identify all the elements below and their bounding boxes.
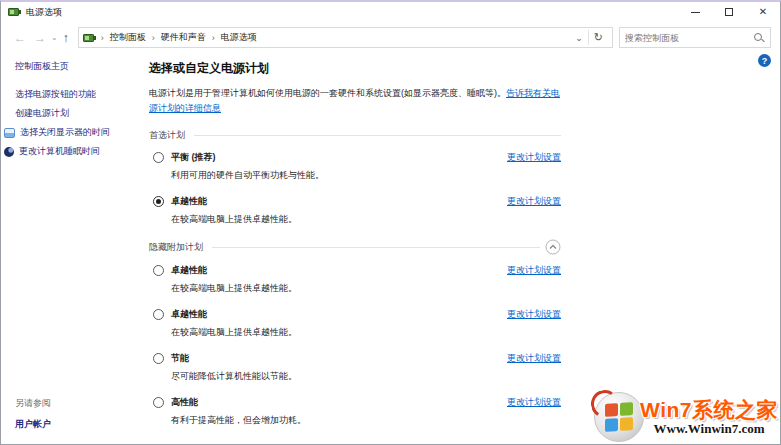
- search-box: [619, 27, 771, 48]
- sleep-icon: [4, 147, 14, 157]
- plan-description: 在较高端电脑上提供卓越性能。: [171, 213, 297, 226]
- plan-name[interactable]: 节能: [171, 352, 297, 365]
- page-title: 选择或自定义电源计划: [149, 60, 561, 77]
- search-icon[interactable]: [753, 32, 765, 44]
- up-icon[interactable]: ↑: [59, 32, 73, 44]
- plan-description: 有利于提高性能，但会增加功耗。: [171, 414, 306, 427]
- search-input[interactable]: [620, 33, 753, 43]
- plan-description: 利用可用的硬件自动平衡功耗与性能。: [171, 169, 324, 182]
- change-plan-settings-link[interactable]: 更改计划设置: [507, 195, 561, 208]
- sidebar-item-sleep-time[interactable]: 更改计算机睡眠时间: [4, 145, 141, 158]
- collapse-section-icon[interactable]: [545, 239, 561, 255]
- close-icon: ✕: [759, 7, 767, 17]
- change-plan-settings-link[interactable]: 更改计划设置: [507, 151, 561, 164]
- help-icon[interactable]: ?: [758, 54, 771, 67]
- sidebar-item-create-plan[interactable]: 创建电源计划: [15, 107, 141, 120]
- forward-icon[interactable]: →: [30, 32, 50, 44]
- see-also-section: 另请参阅 用户帐户: [15, 397, 51, 431]
- sidebar-item-display-off-time[interactable]: 选择关闭显示器的时间: [4, 126, 141, 139]
- section-preferred-plans: 首选计划: [149, 129, 561, 142]
- main-content: 选择或自定义电源计划 电源计划是用于管理计算机如何使用电源的一套硬件和系统设置(…: [149, 51, 561, 440]
- sidebar-item-user-accounts[interactable]: 用户帐户: [15, 418, 51, 431]
- plan-description: 在较高端电脑上提供卓越性能。: [171, 282, 297, 295]
- plan-radio[interactable]: [153, 309, 164, 320]
- plan-name[interactable]: 高性能: [171, 396, 306, 409]
- address-bar[interactable]: › 控制面板 › 硬件和声音 › 电源选项 ⌄ ↻: [78, 27, 613, 48]
- sidebar-item-label: 更改计算机睡眠时间: [19, 145, 100, 158]
- plan-name[interactable]: 卓越性能: [171, 195, 297, 208]
- plan-radio[interactable]: [153, 196, 164, 207]
- plan-radio[interactable]: [153, 397, 164, 408]
- navigation-toolbar: ← → ⌄ ↑ › 控制面板 › 硬件和声音 › 电源选项 ⌄ ↻: [1, 24, 780, 51]
- sidebar-item-control-panel-home[interactable]: 控制面板主页: [15, 60, 141, 73]
- plan-name[interactable]: 卓越性能: [171, 308, 297, 321]
- breadcrumb-separator: ›: [96, 33, 109, 43]
- display-icon: [4, 128, 15, 138]
- window-title: 电源选项: [26, 6, 62, 19]
- change-plan-settings-link[interactable]: 更改计划设置: [507, 352, 561, 365]
- plan-description: 在较高端电脑上提供卓越性能。: [171, 326, 297, 339]
- maximize-button[interactable]: [712, 2, 746, 22]
- close-button[interactable]: ✕: [746, 2, 780, 22]
- plan-row-high-performance: 高性能 有利于提高性能，但会增加功耗。 更改计划设置: [149, 396, 561, 427]
- power-options-window: 电源选项 ✕ ← → ⌄ ↑ › 控制面板 › 硬件和声音 › 电源选项 ⌄ ↻: [0, 0, 781, 445]
- plan-row-ultimate-3: 卓越性能 在较高端电脑上提供卓越性能。 更改计划设置: [149, 308, 561, 339]
- address-dropdown-icon[interactable]: ⌄: [570, 33, 588, 43]
- plan-row-balanced: 平衡 (推荐) 利用可用的硬件自动平衡功耗与性能。 更改计划设置: [149, 151, 561, 182]
- plan-description: 尽可能降低计算机性能以节能。: [171, 370, 297, 383]
- change-plan-settings-link[interactable]: 更改计划设置: [507, 396, 561, 409]
- power-options-icon: [8, 7, 21, 17]
- sidebar: 控制面板主页 选择电源按钮的功能 创建电源计划 选择关闭显示器的时间 更改计算机…: [1, 51, 141, 444]
- sidebar-item-label: 选择关闭显示器的时间: [20, 126, 110, 139]
- change-plan-settings-link[interactable]: 更改计划设置: [507, 308, 561, 321]
- titlebar: 电源选项 ✕: [1, 2, 780, 22]
- breadcrumb-power-icon: [83, 33, 96, 43]
- windows-flag-icon: [605, 402, 633, 432]
- sidebar-item-power-buttons[interactable]: 选择电源按钮的功能: [15, 88, 141, 101]
- page-description: 电源计划是用于管理计算机如何使用电源的一套硬件和系统设置(如显示器亮度、睡眠等)…: [149, 86, 561, 116]
- windows-orb-icon: [594, 392, 644, 442]
- see-also-header: 另请参阅: [15, 397, 51, 410]
- watermark-url: Www.Winwin7.com: [640, 421, 778, 436]
- divider: [212, 247, 540, 248]
- plan-radio[interactable]: [153, 152, 164, 163]
- recent-pages-dropdown-icon[interactable]: ⌄: [50, 33, 59, 42]
- plan-row-ultimate-2: 卓越性能 在较高端电脑上提供卓越性能。 更改计划设置: [149, 264, 561, 295]
- watermark: Win7系统之家 Www.Winwin7.com: [594, 392, 778, 442]
- section-label: 隐藏附加计划: [149, 241, 203, 254]
- back-icon[interactable]: ←: [10, 32, 30, 44]
- refresh-icon[interactable]: ↻: [589, 31, 608, 44]
- minimize-icon: [691, 12, 700, 13]
- breadcrumb-control-panel[interactable]: 控制面板: [109, 31, 147, 44]
- description-text: 电源计划是用于管理计算机如何使用电源的一套硬件和系统设置(如显示器亮度、睡眠等)…: [149, 88, 506, 98]
- plan-name[interactable]: 平衡 (推荐): [171, 151, 324, 164]
- plan-row-ultimate-selected: 卓越性能 在较高端电脑上提供卓越性能。 更改计划设置: [149, 195, 561, 226]
- breadcrumb-power-options[interactable]: 电源选项: [220, 31, 258, 44]
- plan-radio[interactable]: [153, 265, 164, 276]
- plan-name[interactable]: 卓越性能: [171, 264, 297, 277]
- maximize-icon: [725, 8, 733, 16]
- plan-radio[interactable]: [153, 353, 164, 364]
- divider: [194, 135, 561, 136]
- watermark-brand: Win7系统之家: [640, 399, 778, 421]
- breadcrumb-hardware-sound[interactable]: 硬件和声音: [160, 31, 207, 44]
- section-label: 首选计划: [149, 129, 185, 142]
- section-hidden-plans: 隐藏附加计划: [149, 239, 561, 255]
- change-plan-settings-link[interactable]: 更改计划设置: [507, 264, 561, 277]
- breadcrumb-separator: ›: [207, 33, 220, 43]
- plan-row-power-saver: 节能 尽可能降低计算机性能以节能。 更改计划设置: [149, 352, 561, 383]
- breadcrumb-separator: ›: [147, 33, 160, 43]
- minimize-button[interactable]: [678, 2, 712, 22]
